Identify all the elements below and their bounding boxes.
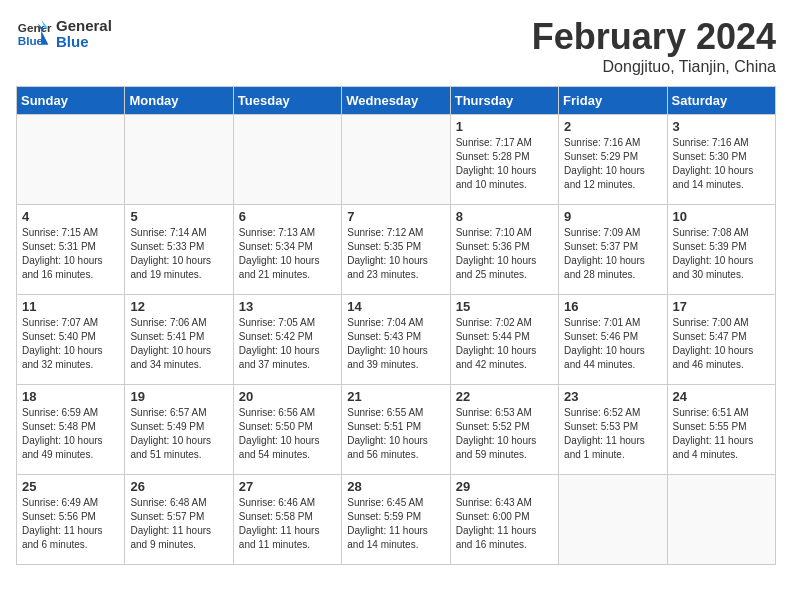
location-title: Dongjituo, Tianjin, China <box>532 58 776 76</box>
day-info: Sunrise: 7:16 AM Sunset: 5:30 PM Dayligh… <box>673 136 770 192</box>
day-info: Sunrise: 6:45 AM Sunset: 5:59 PM Dayligh… <box>347 496 444 552</box>
calendar-cell <box>667 475 775 565</box>
calendar-cell <box>17 115 125 205</box>
title-area: February 2024 Dongjituo, Tianjin, China <box>532 16 776 76</box>
weekday-header-friday: Friday <box>559 87 667 115</box>
calendar-cell: 15Sunrise: 7:02 AM Sunset: 5:44 PM Dayli… <box>450 295 558 385</box>
day-number: 5 <box>130 209 227 224</box>
day-number: 29 <box>456 479 553 494</box>
day-info: Sunrise: 6:51 AM Sunset: 5:55 PM Dayligh… <box>673 406 770 462</box>
calendar-cell: 4Sunrise: 7:15 AM Sunset: 5:31 PM Daylig… <box>17 205 125 295</box>
calendar-week-2: 4Sunrise: 7:15 AM Sunset: 5:31 PM Daylig… <box>17 205 776 295</box>
day-info: Sunrise: 7:15 AM Sunset: 5:31 PM Dayligh… <box>22 226 119 282</box>
day-info: Sunrise: 6:57 AM Sunset: 5:49 PM Dayligh… <box>130 406 227 462</box>
day-info: Sunrise: 7:05 AM Sunset: 5:42 PM Dayligh… <box>239 316 336 372</box>
weekday-header-sunday: Sunday <box>17 87 125 115</box>
calendar-cell: 1Sunrise: 7:17 AM Sunset: 5:28 PM Daylig… <box>450 115 558 205</box>
calendar-cell: 20Sunrise: 6:56 AM Sunset: 5:50 PM Dayli… <box>233 385 341 475</box>
calendar-cell: 22Sunrise: 6:53 AM Sunset: 5:52 PM Dayli… <box>450 385 558 475</box>
day-number: 17 <box>673 299 770 314</box>
day-number: 26 <box>130 479 227 494</box>
calendar-cell: 11Sunrise: 7:07 AM Sunset: 5:40 PM Dayli… <box>17 295 125 385</box>
logo-blue: Blue <box>56 34 112 51</box>
day-number: 28 <box>347 479 444 494</box>
calendar-cell: 3Sunrise: 7:16 AM Sunset: 5:30 PM Daylig… <box>667 115 775 205</box>
day-number: 25 <box>22 479 119 494</box>
day-number: 20 <box>239 389 336 404</box>
header: General Blue General Blue February 2024 … <box>16 16 776 76</box>
calendar-week-1: 1Sunrise: 7:17 AM Sunset: 5:28 PM Daylig… <box>17 115 776 205</box>
calendar-cell: 27Sunrise: 6:46 AM Sunset: 5:58 PM Dayli… <box>233 475 341 565</box>
day-number: 24 <box>673 389 770 404</box>
calendar-cell: 7Sunrise: 7:12 AM Sunset: 5:35 PM Daylig… <box>342 205 450 295</box>
day-number: 12 <box>130 299 227 314</box>
day-info: Sunrise: 7:06 AM Sunset: 5:41 PM Dayligh… <box>130 316 227 372</box>
day-info: Sunrise: 7:08 AM Sunset: 5:39 PM Dayligh… <box>673 226 770 282</box>
weekday-header-wednesday: Wednesday <box>342 87 450 115</box>
day-info: Sunrise: 6:53 AM Sunset: 5:52 PM Dayligh… <box>456 406 553 462</box>
day-number: 7 <box>347 209 444 224</box>
day-number: 18 <box>22 389 119 404</box>
day-number: 1 <box>456 119 553 134</box>
svg-text:Blue: Blue <box>18 34 44 47</box>
calendar-cell: 10Sunrise: 7:08 AM Sunset: 5:39 PM Dayli… <box>667 205 775 295</box>
weekday-header-row: SundayMondayTuesdayWednesdayThursdayFrid… <box>17 87 776 115</box>
day-number: 21 <box>347 389 444 404</box>
logo-general: General <box>56 18 112 35</box>
day-info: Sunrise: 7:10 AM Sunset: 5:36 PM Dayligh… <box>456 226 553 282</box>
day-number: 10 <box>673 209 770 224</box>
calendar-cell: 13Sunrise: 7:05 AM Sunset: 5:42 PM Dayli… <box>233 295 341 385</box>
calendar-week-4: 18Sunrise: 6:59 AM Sunset: 5:48 PM Dayli… <box>17 385 776 475</box>
calendar-cell: 23Sunrise: 6:52 AM Sunset: 5:53 PM Dayli… <box>559 385 667 475</box>
logo-icon: General Blue <box>16 16 52 52</box>
calendar-cell: 19Sunrise: 6:57 AM Sunset: 5:49 PM Dayli… <box>125 385 233 475</box>
day-info: Sunrise: 7:01 AM Sunset: 5:46 PM Dayligh… <box>564 316 661 372</box>
day-info: Sunrise: 7:17 AM Sunset: 5:28 PM Dayligh… <box>456 136 553 192</box>
day-info: Sunrise: 6:55 AM Sunset: 5:51 PM Dayligh… <box>347 406 444 462</box>
day-info: Sunrise: 7:14 AM Sunset: 5:33 PM Dayligh… <box>130 226 227 282</box>
calendar-cell: 29Sunrise: 6:43 AM Sunset: 6:00 PM Dayli… <box>450 475 558 565</box>
calendar-cell: 21Sunrise: 6:55 AM Sunset: 5:51 PM Dayli… <box>342 385 450 475</box>
calendar-cell: 6Sunrise: 7:13 AM Sunset: 5:34 PM Daylig… <box>233 205 341 295</box>
calendar-cell: 17Sunrise: 7:00 AM Sunset: 5:47 PM Dayli… <box>667 295 775 385</box>
calendar-week-3: 11Sunrise: 7:07 AM Sunset: 5:40 PM Dayli… <box>17 295 776 385</box>
calendar-week-5: 25Sunrise: 6:49 AM Sunset: 5:56 PM Dayli… <box>17 475 776 565</box>
calendar-cell: 28Sunrise: 6:45 AM Sunset: 5:59 PM Dayli… <box>342 475 450 565</box>
calendar-cell: 12Sunrise: 7:06 AM Sunset: 5:41 PM Dayli… <box>125 295 233 385</box>
calendar-cell: 18Sunrise: 6:59 AM Sunset: 5:48 PM Dayli… <box>17 385 125 475</box>
day-number: 23 <box>564 389 661 404</box>
calendar-cell: 24Sunrise: 6:51 AM Sunset: 5:55 PM Dayli… <box>667 385 775 475</box>
calendar-cell <box>233 115 341 205</box>
day-info: Sunrise: 6:49 AM Sunset: 5:56 PM Dayligh… <box>22 496 119 552</box>
logo: General Blue General Blue <box>16 16 112 52</box>
day-number: 27 <box>239 479 336 494</box>
day-number: 6 <box>239 209 336 224</box>
day-number: 3 <box>673 119 770 134</box>
day-info: Sunrise: 6:52 AM Sunset: 5:53 PM Dayligh… <box>564 406 661 462</box>
day-info: Sunrise: 7:09 AM Sunset: 5:37 PM Dayligh… <box>564 226 661 282</box>
day-info: Sunrise: 7:12 AM Sunset: 5:35 PM Dayligh… <box>347 226 444 282</box>
day-info: Sunrise: 6:43 AM Sunset: 6:00 PM Dayligh… <box>456 496 553 552</box>
day-number: 22 <box>456 389 553 404</box>
day-info: Sunrise: 7:13 AM Sunset: 5:34 PM Dayligh… <box>239 226 336 282</box>
day-info: Sunrise: 7:16 AM Sunset: 5:29 PM Dayligh… <box>564 136 661 192</box>
day-number: 15 <box>456 299 553 314</box>
calendar-cell: 2Sunrise: 7:16 AM Sunset: 5:29 PM Daylig… <box>559 115 667 205</box>
weekday-header-tuesday: Tuesday <box>233 87 341 115</box>
weekday-header-thursday: Thursday <box>450 87 558 115</box>
calendar-cell: 16Sunrise: 7:01 AM Sunset: 5:46 PM Dayli… <box>559 295 667 385</box>
day-number: 13 <box>239 299 336 314</box>
day-info: Sunrise: 7:00 AM Sunset: 5:47 PM Dayligh… <box>673 316 770 372</box>
day-number: 4 <box>22 209 119 224</box>
day-info: Sunrise: 7:02 AM Sunset: 5:44 PM Dayligh… <box>456 316 553 372</box>
day-number: 16 <box>564 299 661 314</box>
day-number: 2 <box>564 119 661 134</box>
calendar-cell <box>342 115 450 205</box>
calendar-cell: 14Sunrise: 7:04 AM Sunset: 5:43 PM Dayli… <box>342 295 450 385</box>
weekday-header-saturday: Saturday <box>667 87 775 115</box>
day-info: Sunrise: 7:07 AM Sunset: 5:40 PM Dayligh… <box>22 316 119 372</box>
day-number: 14 <box>347 299 444 314</box>
weekday-header-monday: Monday <box>125 87 233 115</box>
day-info: Sunrise: 6:59 AM Sunset: 5:48 PM Dayligh… <box>22 406 119 462</box>
day-number: 19 <box>130 389 227 404</box>
